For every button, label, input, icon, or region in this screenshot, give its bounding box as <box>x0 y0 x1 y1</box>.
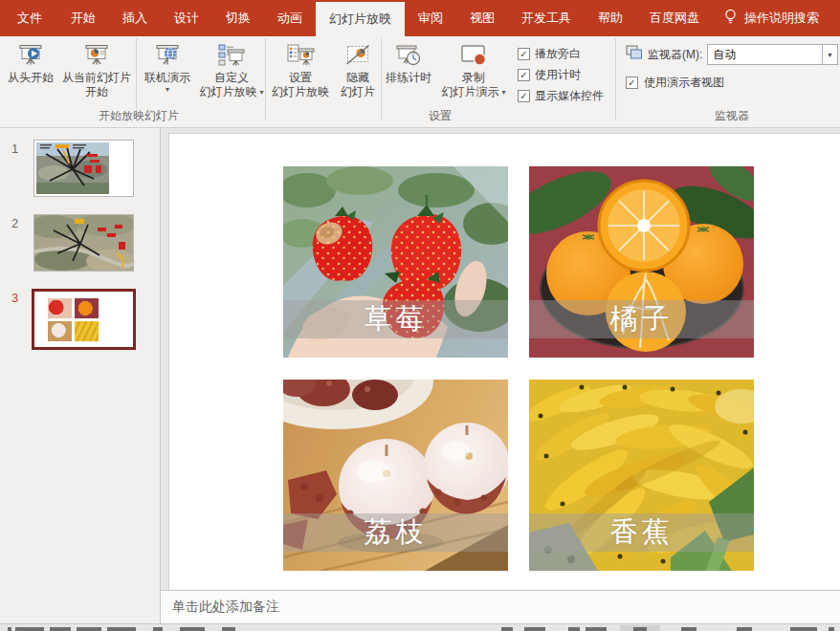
status-fragment <box>180 627 205 631</box>
status-fragment <box>790 627 817 631</box>
status-fragment <box>586 627 607 631</box>
from-current-slide-button[interactable]: 从当前幻灯片 开始 <box>57 36 136 99</box>
present-online-button[interactable]: 联机演示 ▾ <box>137 36 198 95</box>
button-label: 录制 <box>462 71 485 85</box>
mini-lychee <box>48 321 72 341</box>
ribbon-group-labels: 开始放映幻灯片 设置 监视器 <box>0 108 840 126</box>
strawberry-image[interactable]: 草莓 <box>283 166 508 358</box>
status-fragment <box>501 627 513 631</box>
button-label: 从当前幻灯片 <box>62 71 131 85</box>
tab-baidu-netdisk[interactable]: 百度网盘 <box>636 0 713 36</box>
play-from-current-icon <box>83 40 110 71</box>
orange-image[interactable]: 橘子 <box>529 166 754 358</box>
monitor-select[interactable]: 自动 ▾ <box>707 44 838 65</box>
slide-number: 3 <box>11 291 18 305</box>
hide-slide-icon <box>344 40 371 71</box>
button-label: 幻灯片演示 <box>441 85 498 99</box>
slide-2-preview[interactable] <box>33 214 134 272</box>
button-label: 联机演示 <box>144 71 190 85</box>
button-label: 设置 <box>289 71 312 85</box>
caption-band: 草莓 <box>283 300 508 338</box>
status-fragment <box>633 627 647 631</box>
custom-slideshow-button[interactable]: 自定义 幻灯片放映▾ <box>198 36 265 99</box>
fruit-label: 香蕉 <box>610 513 674 552</box>
use-timings-checkbox[interactable]: ✓ 使用计时 <box>518 64 615 85</box>
status-fragment <box>15 627 44 631</box>
hide-slide-button[interactable]: 隐藏 幻灯片 <box>335 36 381 99</box>
tell-me-search[interactable]: 操作说明搜索 <box>714 0 840 36</box>
mini-banana <box>75 321 99 341</box>
button-label: 从头开始 <box>8 71 54 85</box>
tab-animations[interactable]: 动画 <box>264 0 316 36</box>
status-fragment <box>524 627 545 631</box>
dropdown-arrow-icon: ▾ <box>166 85 169 95</box>
combo-dropdown-icon[interactable]: ▾ <box>822 45 837 64</box>
setup-slideshow-button[interactable]: 设置 幻灯片放映 <box>266 36 335 99</box>
button-label: 排练计时 <box>386 71 431 85</box>
status-fragment <box>50 627 71 631</box>
play-from-start-icon <box>17 40 44 71</box>
monitor-select-value: 自动 <box>708 47 822 63</box>
caption-band: 橘子 <box>529 300 754 338</box>
fruit-label: 荔枝 <box>365 513 428 552</box>
slide-thumbnail-1[interactable]: 1 <box>0 140 160 197</box>
setup-show-icon <box>286 40 315 71</box>
tab-help[interactable]: 帮助 <box>585 0 636 36</box>
tab-developer[interactable]: 开发工具 <box>508 0 585 36</box>
checkbox-checked-icon: ✓ <box>518 69 530 81</box>
checkbox-label: 使用演示者视图 <box>644 75 724 91</box>
show-media-controls-checkbox[interactable]: ✓ 显示媒体控件 <box>518 85 615 106</box>
status-fragment <box>737 627 752 631</box>
status-fragment <box>568 627 580 631</box>
group-label-setup: 设置 <box>429 108 452 124</box>
status-fragment <box>107 627 136 631</box>
button-label: 幻灯片放映 <box>199 85 256 99</box>
presenter-view-checkbox[interactable]: ✓ 使用演示者视图 <box>626 75 838 91</box>
slide-thumbnail-panel: 1 <box>0 128 161 623</box>
status-fragment <box>829 627 834 631</box>
button-label: 开始 <box>85 85 108 99</box>
checkbox-label: 显示媒体控件 <box>535 88 604 104</box>
status-fragment <box>77 627 101 631</box>
slide-3-preview[interactable] <box>32 289 136 350</box>
slideshow-options: ✓ 播放旁白 ✓ 使用计时 ✓ 显示媒体控件 <box>512 36 615 106</box>
monitor-icon <box>626 45 643 64</box>
group-label-monitors: 监视器 <box>715 108 749 124</box>
notes-pane[interactable]: 单击此处添加备注 <box>161 590 840 623</box>
record-slideshow-button[interactable]: 录制 幻灯片演示▾ <box>435 36 512 99</box>
slide-number: 1 <box>11 141 18 156</box>
mini-orange <box>75 298 99 318</box>
tab-slideshow[interactable]: 幻灯片放映 <box>316 2 405 36</box>
button-label: 幻灯片放映 <box>272 85 329 99</box>
mini-strawberry <box>48 298 72 318</box>
button-label: 幻灯片 <box>341 85 375 99</box>
play-narration-checkbox[interactable]: ✓ 播放旁白 <box>518 43 615 64</box>
record-slideshow-icon <box>459 40 488 71</box>
tab-file[interactable]: 文件 <box>2 0 57 36</box>
from-beginning-button[interactable]: 从头开始 <box>4 36 57 85</box>
slide-surface[interactable]: 草莓 <box>168 133 840 590</box>
checkbox-checked-icon: ✓ <box>626 76 638 89</box>
slide-thumbnail-2[interactable]: 2 <box>0 214 160 272</box>
slide-1-preview[interactable] <box>33 140 134 197</box>
lychee-image[interactable]: 荔枝 <box>283 380 508 571</box>
tab-home[interactable]: 开始 <box>57 0 109 36</box>
status-bar <box>0 623 840 631</box>
status-fragment <box>681 627 696 631</box>
menu-bar: 文件 开始 插入 设计 切换 动画 幻灯片放映 审阅 视图 开发工具 帮助 百度… <box>0 0 840 36</box>
lightbulb-icon <box>723 9 738 28</box>
slide-canvas: 草莓 <box>161 128 840 590</box>
tab-design[interactable]: 设计 <box>161 0 212 36</box>
rehearse-timings-icon <box>395 40 422 71</box>
dropdown-arrow-icon: ▾ <box>501 88 505 98</box>
caption-band: 香蕉 <box>529 513 754 552</box>
rehearse-timings-button[interactable]: 排练计时 <box>382 36 435 85</box>
tab-insert[interactable]: 插入 <box>109 0 161 36</box>
tab-view[interactable]: 视图 <box>456 0 508 36</box>
checkbox-checked-icon: ✓ <box>518 48 530 60</box>
fruit-label: 橘子 <box>610 300 674 338</box>
tab-transitions[interactable]: 切换 <box>212 0 264 36</box>
slide-thumbnail-3[interactable]: 3 <box>0 289 160 350</box>
tab-review[interactable]: 审阅 <box>405 0 456 36</box>
banana-image[interactable]: 香蕉 <box>529 380 754 571</box>
